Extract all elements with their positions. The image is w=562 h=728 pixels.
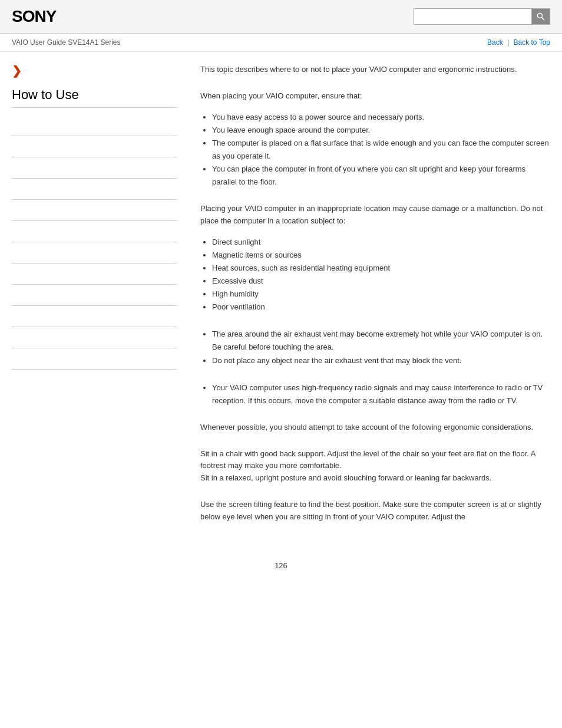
warning-item-5: High humidity (212, 288, 550, 301)
sidebar-item-1[interactable] (12, 115, 177, 136)
placement-item-3: The computer is placed on a flat surface… (212, 137, 550, 163)
search-input[interactable] (414, 8, 531, 25)
sidebar: ❯ How to Use (12, 64, 189, 538)
warning-item-1: Direct sunlight (212, 236, 550, 249)
radio-item-1: Your VAIO computer uses high-frequency r… (212, 381, 550, 407)
radio-section: Your VAIO computer uses high-frequency r… (200, 381, 550, 407)
sidebar-item-4[interactable] (12, 179, 177, 200)
intro-text: This topic describes where to or not to … (200, 64, 550, 76)
breadcrumb-text: VAIO User Guide SVE14A1 Series (12, 38, 121, 47)
sidebar-item-11[interactable] (12, 327, 177, 348)
sidebar-item-9[interactable] (12, 285, 177, 306)
sidebar-chevron: ❯ (12, 64, 177, 78)
warning-item-4: Excessive dust (212, 275, 550, 288)
ergonomic-intro-text: Whenever possible, you should attempt to… (200, 421, 550, 434)
warning-item-2: Magnetic items or sources (212, 249, 550, 262)
placement-list: You have easy access to a power source a… (212, 111, 550, 189)
intro-section: This topic describes where to or not to … (200, 64, 550, 76)
sidebar-title: How to Use (12, 87, 177, 108)
placement-section: When placing your VAIO computer, ensure … (200, 90, 550, 189)
warning-item-6: Poor ventilation (212, 301, 550, 314)
placement-item-2: You leave enough space around the comput… (212, 124, 550, 137)
vent-list: The area around the air exhaust vent may… (212, 328, 550, 367)
placement-item-1: You have easy access to a power source a… (212, 111, 550, 124)
radio-list: Your VAIO computer uses high-frequency r… (212, 381, 550, 407)
warning-list: Direct sunlight Magnetic items or source… (212, 236, 550, 314)
search-button[interactable] (531, 8, 550, 25)
nav-links: Back | Back to Top (487, 38, 550, 47)
vent-item-1: The area around the air exhaust vent may… (212, 328, 550, 354)
sidebar-item-8[interactable] (12, 263, 177, 285)
sidebar-item-3[interactable] (12, 157, 177, 179)
nav-separator: | (507, 38, 511, 47)
ergonomic-intro-section: Whenever possible, you should attempt to… (200, 421, 550, 434)
vent-item-2: Do not place any object near the air exh… (212, 354, 550, 367)
chair-text: Sit in a chair with good back support. A… (200, 448, 550, 485)
sony-logo: SONY (12, 7, 56, 26)
sidebar-item-7[interactable] (12, 242, 177, 263)
sidebar-item-6[interactable] (12, 221, 177, 242)
search-icon (537, 12, 545, 21)
header: SONY (0, 0, 562, 34)
sidebar-item-10[interactable] (12, 306, 177, 327)
sidebar-item-2[interactable] (12, 136, 177, 157)
sidebar-item-5[interactable] (12, 200, 177, 221)
placement-heading: When placing your VAIO computer, ensure … (200, 90, 550, 103)
placement-item-4: You can place the computer in front of y… (212, 163, 550, 189)
svg-line-1 (542, 18, 545, 21)
page-number: 126 (0, 549, 562, 582)
breadcrumb-bar: VAIO User Guide SVE14A1 Series Back | Ba… (0, 34, 562, 52)
main-content: ❯ How to Use This topic describes where … (0, 52, 562, 549)
chair-section: Sit in a chair with good back support. A… (200, 448, 550, 485)
sidebar-item-12[interactable] (12, 348, 177, 370)
screen-section: Use the screen tilting feature to find t… (200, 499, 550, 523)
warning-section: Placing your VAIO computer in an inappro… (200, 203, 550, 314)
svg-point-0 (538, 14, 543, 18)
content-area: This topic describes where to or not to … (189, 64, 550, 538)
warning-item-3: Heat sources, such as residential heatin… (212, 262, 550, 275)
search-area (414, 8, 550, 25)
back-to-top-link[interactable]: Back to Top (514, 38, 550, 47)
screen-text: Use the screen tilting feature to find t… (200, 499, 550, 523)
warning-intro: Placing your VAIO computer in an inappro… (200, 203, 550, 228)
back-link[interactable]: Back (487, 38, 503, 47)
vent-section: The area around the air exhaust vent may… (200, 328, 550, 367)
